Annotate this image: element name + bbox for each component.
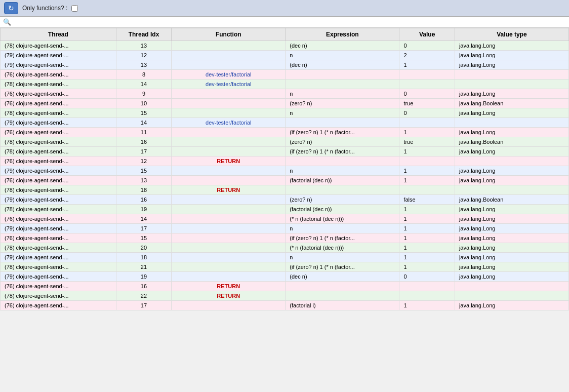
table-row: (79) clojure-agent-send-... 15 n 1 java.…: [1, 166, 569, 176]
cell-function: [172, 137, 286, 147]
cell-function: [172, 176, 286, 185]
only-functions-label: Only functions? :: [22, 5, 67, 12]
cell-threadidx: 11: [116, 128, 172, 137]
table-row: (79) clojure-agent-send-... 12 n 2 java.…: [1, 51, 569, 60]
cell-thread: (79) clojure-agent-send-...: [1, 224, 116, 233]
cell-value: 1: [399, 214, 455, 224]
table-row: (76) clojure-agent-send-... 14 (* n (fac…: [1, 214, 569, 224]
table-row: (78) clojure-agent-send-... 13 (dec n) 0…: [1, 41, 569, 51]
cell-expression: (factorial i): [286, 301, 399, 310]
cell-thread: (78) clojure-agent-send-...: [1, 291, 116, 301]
cell-threadidx: 10: [116, 99, 172, 108]
cell-valuetype: java.lang.Long: [455, 205, 568, 214]
table-row: (78) clojure-agent-send-... 18 RETURN: [1, 185, 569, 195]
cell-expression: (if (zero? n) 1 (* n (factor...: [286, 147, 399, 156]
cell-valuetype: java.lang.Long: [455, 214, 568, 224]
refresh-button[interactable]: ↻: [4, 2, 18, 14]
cell-value: 1: [399, 166, 455, 176]
cell-function: [172, 99, 286, 108]
col-header-expression: Expression: [286, 28, 399, 41]
cell-valuetype: java.lang.Long: [455, 89, 568, 99]
cell-function: [172, 272, 286, 282]
toolbar: ↻ Only functions? :: [0, 0, 569, 17]
cell-valuetype: java.lang.Long: [455, 272, 568, 282]
cell-thread: (76) clojure-agent-send-...: [1, 301, 116, 310]
cell-expression: (dec n): [286, 41, 399, 51]
cell-valuetype: java.lang.Long: [455, 51, 568, 60]
cell-value: [399, 185, 455, 195]
cell-valuetype: java.lang.Long: [455, 176, 568, 185]
cell-threadidx: 19: [116, 272, 172, 282]
only-functions-checkbox[interactable]: [71, 5, 78, 12]
cell-valuetype: [455, 282, 568, 291]
cell-thread: (78) clojure-agent-send-...: [1, 243, 116, 253]
col-header-thread: Thread: [1, 28, 116, 41]
cell-threadidx: 22: [116, 291, 172, 301]
cell-thread: (76) clojure-agent-send-...: [1, 233, 116, 243]
cell-thread: (76) clojure-agent-send-...: [1, 214, 116, 224]
cell-valuetype: [455, 156, 568, 166]
table-row: (78) clojure-agent-send-... 15 n 0 java.…: [1, 108, 569, 118]
cell-expression: (* n (factorial (dec n))): [286, 214, 399, 224]
cell-valuetype: java.lang.Long: [455, 224, 568, 233]
cell-function: [172, 243, 286, 253]
cell-threadidx: 9: [116, 89, 172, 99]
cell-value: [399, 156, 455, 166]
cell-valuetype: java.lang.Long: [455, 166, 568, 176]
table-row: (78) clojure-agent-send-... 19 (factoria…: [1, 205, 569, 214]
cell-thread: (79) clojure-agent-send-...: [1, 166, 116, 176]
cell-valuetype: java.lang.Long: [455, 233, 568, 243]
cell-expression: [286, 156, 399, 166]
search-input[interactable]: [13, 19, 566, 26]
cell-function: [172, 195, 286, 205]
table-row: (79) clojure-agent-send-... 19 (dec n) 0…: [1, 272, 569, 282]
cell-function: [172, 301, 286, 310]
cell-threadidx: 13: [116, 60, 172, 70]
cell-expression: n: [286, 224, 399, 233]
cell-threadidx: 17: [116, 224, 172, 233]
cell-function: [172, 41, 286, 51]
cell-value: 0: [399, 108, 455, 118]
cell-thread: (76) clojure-agent-send-...: [1, 156, 116, 166]
cell-function: dev-tester/factorial: [172, 70, 286, 80]
table-row: (78) clojure-agent-send-... 16 (zero? n)…: [1, 137, 569, 147]
cell-value: false: [399, 195, 455, 205]
table-row: (76) clojure-agent-send-... 10 (zero? n)…: [1, 99, 569, 108]
cell-value: [399, 118, 455, 128]
cell-expression: (* n (factorial (dec n))): [286, 243, 399, 253]
table-row: (76) clojure-agent-send-... 17 (factoria…: [1, 301, 569, 310]
cell-function: [172, 128, 286, 137]
cell-threadidx: 16: [116, 137, 172, 147]
cell-thread: (76) clojure-agent-send-...: [1, 176, 116, 185]
cell-function: dev-tester/factorial: [172, 118, 286, 128]
cell-valuetype: java.lang.Boolean: [455, 99, 568, 108]
cell-threadidx: 18: [116, 185, 172, 195]
cell-valuetype: java.lang.Boolean: [455, 195, 568, 205]
cell-expression: (zero? n): [286, 99, 399, 108]
cell-threadidx: 21: [116, 262, 172, 272]
data-table: Thread Thread Idx Function Expression Va…: [0, 28, 569, 310]
cell-value: 0: [399, 41, 455, 51]
cell-valuetype: java.lang.Long: [455, 128, 568, 137]
table-container: Thread Thread Idx Function Expression Va…: [0, 28, 569, 389]
cell-thread: (78) clojure-agent-send-...: [1, 137, 116, 147]
cell-value: 2: [399, 51, 455, 60]
cell-threadidx: 15: [116, 233, 172, 243]
table-row: (76) clojure-agent-send-... 9 n 0 java.l…: [1, 89, 569, 99]
cell-threadidx: 17: [116, 301, 172, 310]
cell-expression: (dec n): [286, 60, 399, 70]
table-row: (79) clojure-agent-send-... 18 n 1 java.…: [1, 253, 569, 262]
table-row: (78) clojure-agent-send-... 14 dev-teste…: [1, 80, 569, 89]
cell-value: 1: [399, 301, 455, 310]
cell-value: 1: [399, 233, 455, 243]
cell-valuetype: java.lang.Long: [455, 60, 568, 70]
cell-expression: [286, 80, 399, 89]
cell-function: [172, 51, 286, 60]
cell-thread: (78) clojure-agent-send-...: [1, 262, 116, 272]
cell-thread: (76) clojure-agent-send-...: [1, 70, 116, 80]
cell-expression: [286, 185, 399, 195]
cell-function: [172, 166, 286, 176]
cell-threadidx: 15: [116, 166, 172, 176]
table-row: (76) clojure-agent-send-... 8 dev-tester…: [1, 70, 569, 80]
cell-threadidx: 14: [116, 118, 172, 128]
